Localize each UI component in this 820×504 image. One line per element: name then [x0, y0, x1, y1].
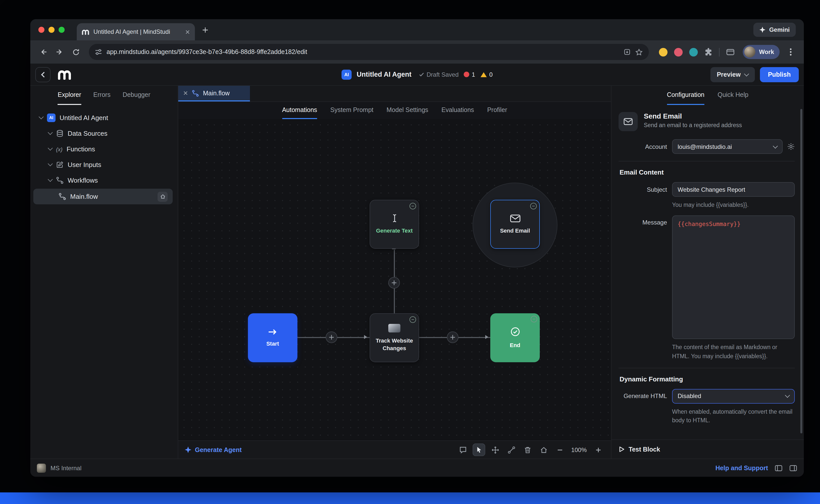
connection-tool-button[interactable]	[505, 443, 518, 456]
bookmark-star-icon[interactable]	[635, 48, 643, 56]
desktop: Untitled AI Agent | MindStudi Gemini	[0, 0, 820, 504]
node-start[interactable]: Start	[248, 313, 297, 362]
status-bar-actions: Help and Support	[716, 464, 797, 471]
generate-html-help-text: When enabled, automatically convert the …	[672, 408, 795, 425]
add-step-button[interactable]	[388, 277, 400, 289]
message-textarea[interactable]: {{changesSummary}}	[672, 216, 795, 339]
publish-label: Publish	[768, 71, 791, 78]
extensions-puzzle-icon[interactable]	[704, 48, 713, 56]
share-icon[interactable]	[624, 48, 631, 55]
chevron-down-icon	[48, 177, 53, 182]
workflow-subtabs: Automations System Prompt Model Settings…	[178, 102, 611, 119]
flow-canvas[interactable]: Start Track Website Changes End	[178, 119, 611, 440]
tab-model-settings[interactable]: Model Settings	[387, 102, 428, 119]
help-support-link[interactable]: Help and Support	[716, 464, 768, 471]
tab-explorer[interactable]: Explorer	[58, 86, 81, 105]
gemini-label: Gemini	[769, 26, 790, 33]
explorer-sidebar: Explorer Errors Debugger AI Untitled AI …	[30, 86, 178, 459]
test-block-button[interactable]: Test Block	[611, 439, 804, 459]
close-file-tab-icon[interactable]	[183, 91, 188, 95]
remove-node-icon[interactable]	[530, 203, 537, 209]
tab-debugger[interactable]: Debugger	[123, 86, 150, 105]
email-content-title: Email Content	[620, 169, 795, 176]
publish-button[interactable]: Publish	[760, 67, 799, 82]
node-track-website-changes[interactable]: Track Website Changes	[370, 313, 419, 362]
extension-icon-teal[interactable]	[689, 48, 698, 56]
account-select[interactable]: louis@mindstudio.ai	[672, 139, 783, 154]
add-step-button[interactable]	[326, 331, 337, 343]
subject-row: Subject	[619, 182, 795, 197]
reload-button[interactable]	[69, 45, 83, 59]
toggle-left-panel-icon[interactable]	[775, 464, 783, 471]
new-tab-button[interactable]	[202, 26, 209, 33]
remove-node-icon[interactable]	[409, 316, 416, 323]
play-icon	[619, 446, 625, 453]
generate-html-select[interactable]: Disabled	[672, 389, 795, 404]
agent-title[interactable]: Untitled AI Agent	[357, 71, 412, 78]
node-label: Start	[264, 340, 282, 347]
tree-item-functions[interactable]: (x) Functions	[30, 141, 178, 157]
browser-tab[interactable]: Untitled AI Agent | MindStudi	[77, 23, 195, 40]
generate-agent-button[interactable]: Generate Agent	[185, 446, 242, 453]
add-step-button[interactable]	[447, 331, 458, 343]
warning-count-badge[interactable]: 0	[480, 71, 492, 78]
chevron-down-icon	[744, 71, 749, 76]
forward-button[interactable]	[52, 45, 67, 59]
tree-item-workflows[interactable]: Workflows	[30, 173, 178, 188]
subject-input[interactable]	[678, 186, 789, 193]
arrowhead-icon	[364, 335, 367, 339]
node-end[interactable]: End	[490, 313, 540, 362]
account-settings-button[interactable]	[787, 143, 795, 150]
fullscreen-window-button[interactable]	[59, 27, 65, 33]
tab-configuration[interactable]: Configuration	[667, 86, 705, 105]
browser-window-icon[interactable]	[726, 48, 735, 56]
tab-automations[interactable]: Automations	[282, 102, 317, 119]
tab-profiler[interactable]: Profiler	[487, 102, 507, 119]
zoom-in-button[interactable]	[592, 443, 604, 456]
status-bar: MS Internal Help and Support	[30, 459, 804, 477]
profile-chip[interactable]: Work	[743, 45, 780, 59]
remove-node-icon[interactable]	[409, 203, 416, 209]
browser-menu-button[interactable]	[784, 45, 798, 59]
extension-icon-yellow[interactable]	[659, 48, 668, 56]
mindstudio-favicon	[82, 29, 89, 35]
tab-evaluations[interactable]: Evaluations	[441, 102, 474, 119]
move-tool-button[interactable]	[489, 443, 502, 456]
tab-system-prompt[interactable]: System Prompt	[330, 102, 373, 119]
delete-tool-button[interactable]	[521, 443, 534, 456]
functions-icon: (x)	[56, 146, 63, 152]
tab-errors[interactable]: Errors	[93, 86, 110, 105]
tree-item-label: User Inputs	[68, 161, 101, 169]
zoom-out-button[interactable]	[554, 443, 566, 456]
center-view-button[interactable]	[537, 443, 550, 456]
error-count-badge[interactable]: 1	[464, 71, 475, 78]
zoom-level: 100%	[571, 446, 587, 453]
comment-tool-button[interactable]	[457, 443, 469, 456]
sparkle-icon	[760, 27, 766, 33]
file-tab-main-flow[interactable]: Main.flow	[178, 86, 250, 101]
minimize-window-button[interactable]	[48, 27, 54, 33]
toggle-right-panel-icon[interactable]	[789, 464, 797, 471]
preview-label: Preview	[717, 71, 741, 78]
tree-item-user-inputs[interactable]: User Inputs	[30, 157, 178, 173]
node-send-email[interactable]: Send Email	[490, 200, 540, 249]
app-back-button[interactable]	[35, 67, 50, 82]
tree-item-agent[interactable]: AI Untitled AI Agent	[30, 110, 178, 126]
select-tool-button[interactable]	[473, 443, 485, 456]
panel-scrollbar[interactable]	[800, 109, 802, 433]
chevron-down-icon	[48, 130, 53, 135]
extension-icon-red[interactable]	[674, 48, 683, 56]
preview-button[interactable]: Preview	[710, 67, 755, 82]
close-window-button[interactable]	[38, 27, 44, 33]
tree-item-main-flow[interactable]: Main.flow	[33, 189, 173, 204]
tree-item-data-sources[interactable]: Data Sources	[30, 126, 178, 141]
mindstudio-logo[interactable]	[58, 69, 72, 79]
remove-node-icon[interactable]	[531, 316, 537, 322]
back-button[interactable]	[36, 45, 50, 59]
site-settings-icon[interactable]	[95, 48, 102, 55]
tab-quick-help[interactable]: Quick Help	[718, 86, 748, 105]
gemini-button[interactable]: Gemini	[754, 23, 796, 37]
url-bar[interactable]: app.mindstudio.ai/agents/9937ce3e-b7e3-4…	[89, 44, 649, 60]
close-tab-icon[interactable]	[185, 30, 190, 34]
node-generate-text[interactable]: Generate Text	[370, 200, 419, 249]
